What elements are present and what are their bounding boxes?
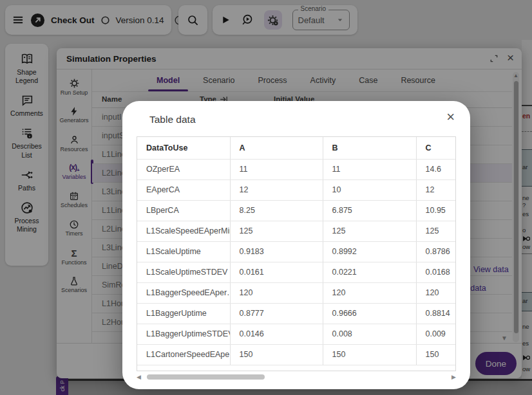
table-cell-value[interactable]: 150 xyxy=(416,344,456,365)
table-cell-value[interactable]: 125 xyxy=(323,221,416,241)
table-cell-value[interactable]: 11 xyxy=(323,159,416,179)
data-table-wrapper: DataToUseABC OZperEA111114.6EAperCA12101… xyxy=(137,136,456,371)
table-row: L1ScaleSpeedEAperMin125125125 xyxy=(137,221,456,241)
table-cell-value[interactable]: 120 xyxy=(416,282,456,303)
table-cell-value[interactable]: 150 xyxy=(230,344,323,365)
table-row: L1ScaleUptime0.91830.89920.8786 xyxy=(137,241,456,262)
table-cell-value[interactable]: 10.95 xyxy=(416,200,456,221)
table-column-header: A xyxy=(230,137,323,159)
table-cell-name[interactable]: L1BaggerUptime xyxy=(137,303,230,324)
table-cell-value[interactable]: 150 xyxy=(323,344,416,365)
table-cell-value[interactable]: 0.8786 xyxy=(416,241,456,262)
table-cell-name[interactable]: EAperCA xyxy=(137,179,230,200)
table-cell-name[interactable]: L1BaggerSpeedEAper… xyxy=(137,282,230,303)
table-cell-value[interactable]: 0.8777 xyxy=(230,303,323,324)
table-cell-value[interactable]: 120 xyxy=(230,282,323,303)
scrollbar-track[interactable] xyxy=(142,374,451,380)
table-cell-value[interactable]: 125 xyxy=(416,221,456,241)
table-row: L1CartonerSpeedEApe…150150150 xyxy=(137,344,456,365)
table-cell-name[interactable]: L1ScaleSpeedEAperMin xyxy=(137,221,230,241)
table-cell-value[interactable]: 0.8992 xyxy=(323,241,416,262)
table-cell-value[interactable]: 120 xyxy=(323,282,416,303)
table-horizontal-scrollbar[interactable]: ◀ ▶ xyxy=(137,374,456,380)
table-data-modal: Table data × DataToUseABC OZperEA111114.… xyxy=(122,101,470,389)
table-cell-value[interactable]: 6.875 xyxy=(323,200,416,221)
table-cell-value[interactable]: 0.009 xyxy=(416,324,456,344)
modal-title: Table data xyxy=(149,114,196,125)
table-row: L1BaggerUptime0.87770.96660.8814 xyxy=(137,303,456,324)
table-cell-value[interactable]: 0.9666 xyxy=(323,303,416,324)
table-cell-name[interactable]: L1CartonerSpeedEApe… xyxy=(137,344,230,365)
table-cell-name[interactable]: OZperEA xyxy=(137,159,230,179)
table-cell-value[interactable]: 0.0168 xyxy=(416,262,456,282)
app-screen: en ar ne ? es o ow ar ne es ow ck P Chec… xyxy=(0,0,532,395)
table-row: L1BaggerUptimeSTDEV0.01460.0080.009 xyxy=(137,324,456,344)
table-cell-value[interactable]: 11 xyxy=(230,159,323,179)
table-cell-name[interactable]: LBperCA xyxy=(137,200,230,221)
table-cell-value[interactable]: 14.6 xyxy=(416,159,456,179)
table-cell-name[interactable]: L1ScaleUptime xyxy=(137,241,230,262)
table-cell-value[interactable]: 0.0221 xyxy=(323,262,416,282)
data-table: DataToUseABC OZperEA111114.6EAperCA12101… xyxy=(137,137,456,365)
table-cell-name[interactable]: L1BaggerUptimeSTDEV xyxy=(137,324,230,344)
table-cell-value[interactable]: 125 xyxy=(230,221,323,241)
table-cell-value[interactable]: 8.25 xyxy=(230,200,323,221)
table-cell-value[interactable]: 0.8814 xyxy=(416,303,456,324)
scroll-left-arrow-icon[interactable]: ◀ xyxy=(137,374,142,380)
table-column-header: B xyxy=(323,137,416,159)
table-cell-value[interactable]: 0.0146 xyxy=(230,324,323,344)
table-column-header: DataToUse xyxy=(137,137,230,159)
table-cell-name[interactable]: L1ScaleUptimeSTDEV xyxy=(137,262,230,282)
table-cell-value[interactable]: 12 xyxy=(230,179,323,200)
scrollbar-thumb[interactable] xyxy=(147,374,265,380)
table-cell-value[interactable]: 12 xyxy=(416,179,456,200)
table-row: EAperCA121012 xyxy=(137,179,456,200)
modal-close-icon[interactable]: × xyxy=(446,109,455,125)
table-row: LBperCA8.256.87510.95 xyxy=(137,200,456,221)
table-cell-value[interactable]: 10 xyxy=(323,179,416,200)
table-row: L1BaggerSpeedEAper…120120120 xyxy=(137,282,456,303)
table-cell-value[interactable]: 0.9183 xyxy=(230,241,323,262)
table-cell-value[interactable]: 0.0161 xyxy=(230,262,323,282)
table-row: L1ScaleUptimeSTDEV0.01610.02210.0168 xyxy=(137,262,456,282)
table-header-row: DataToUseABC xyxy=(137,137,456,159)
scroll-right-arrow-icon[interactable]: ▶ xyxy=(451,374,456,380)
table-column-header: C xyxy=(416,137,456,159)
table-cell-value[interactable]: 0.008 xyxy=(323,324,416,344)
table-row: OZperEA111114.6 xyxy=(137,159,456,179)
